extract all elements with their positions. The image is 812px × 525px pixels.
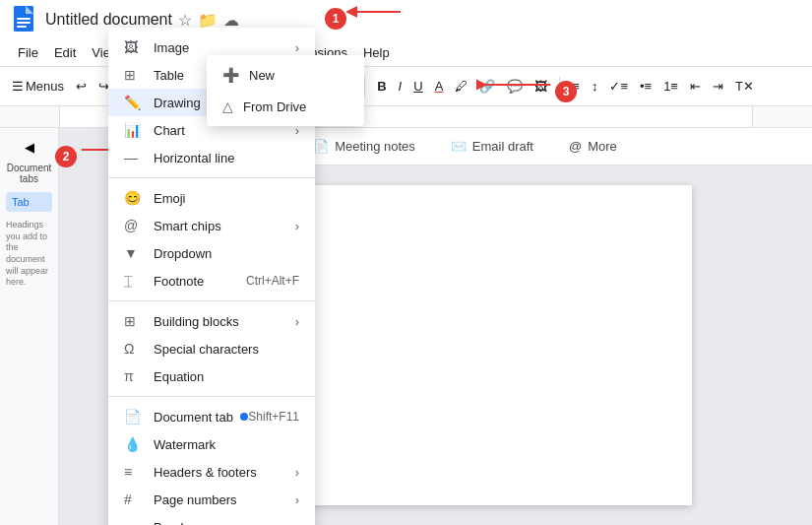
drawing-fromdrive-item[interactable]: △ From Drive [207, 91, 364, 122]
email-draft-label: Email draft [472, 139, 533, 154]
insert-specialchars-label: Special characters [154, 342, 299, 357]
insert-watermark-label: Watermark [154, 437, 299, 452]
title-icons: ☆ 📁 ☁ [178, 11, 239, 30]
meeting-notes-icon: 📄 [313, 139, 329, 154]
insert-headers-label: Headers & footers [154, 465, 295, 480]
italic-button[interactable]: I [395, 77, 406, 96]
insert-specialchars-item[interactable]: Ω Special characters [108, 335, 315, 362]
insert-headers-item[interactable]: ≡ Headers & footers › [108, 458, 315, 486]
doctab-badge [240, 413, 248, 421]
menu-section-2: 😊 Emoji @ Smart chips › ▼ Dropdown ⌶ Foo… [108, 182, 315, 296]
smartchips-menu-icon: @ [124, 218, 144, 233]
insert-buildingblocks-item[interactable]: ⊞ Building blocks › [108, 307, 315, 335]
meeting-notes-label: Meeting notes [335, 139, 415, 154]
insert-break-label: Break [154, 520, 295, 526]
insert-footnote-label: Footnote [154, 274, 246, 289]
equation-menu-icon: π [124, 368, 144, 384]
highlight-button[interactable]: 🖊 [451, 77, 471, 96]
insert-doctab-item[interactable]: 📄 Document tab Shift+F11 [108, 403, 315, 430]
drawing-menu-icon: ✏️ [124, 95, 144, 110]
insert-emoji-label: Emoji [154, 191, 299, 206]
meeting-notes-button[interactable]: 📄 Meeting notes [303, 135, 425, 158]
toolbar-separator-3 [364, 77, 365, 97]
insert-pagenumbers-label: Page numbers [154, 492, 295, 507]
doc-title[interactable]: Untitled document [45, 11, 172, 29]
footnote-menu-icon: ⌶ [124, 273, 144, 289]
dropdown-menu-icon: ▼ [124, 245, 144, 261]
bold-button[interactable]: B [373, 77, 390, 96]
clear-format-button[interactable]: T✕ [731, 77, 758, 96]
indent-more-button[interactable]: ⇥ [709, 77, 727, 96]
more-label: More [588, 139, 617, 154]
insert-buildingblocks-label: Building blocks [154, 314, 295, 329]
svg-rect-4 [17, 22, 31, 24]
text-color-button[interactable]: A [431, 77, 448, 96]
insert-equation-item[interactable]: π Equation [108, 362, 315, 390]
sidebar-tab-label: Tab [12, 196, 30, 208]
headers-menu-icon: ≡ [124, 464, 144, 480]
menus-label: Menus [26, 79, 64, 94]
menu-icon: ☰ [12, 79, 24, 94]
insert-emoji-item[interactable]: 😊 Emoji [108, 184, 315, 212]
new-icon: ➕ [222, 67, 239, 83]
menu-section-3: ⊞ Building blocks › Ω Special characters… [108, 305, 315, 392]
headers-arrow-icon: › [295, 465, 299, 480]
image-button[interactable]: 🖼 [531, 77, 551, 96]
insert-footnote-item[interactable]: ⌶ Footnote Ctrl+Alt+F [108, 267, 315, 295]
insert-equation-label: Equation [154, 369, 299, 384]
sidebar-title: Document tabs [0, 159, 58, 188]
menu-edit[interactable]: Edit [46, 43, 84, 62]
insert-smartchips-item[interactable]: @ Smart chips › [108, 212, 315, 239]
app-logo [10, 6, 37, 33]
insert-image-label: Image [154, 40, 295, 55]
insert-watermark-item[interactable]: 💧 Watermark [108, 430, 315, 458]
drawing-submenu: ➕ New △ From Drive [207, 55, 364, 126]
email-draft-button[interactable]: ✉️ Email draft [441, 135, 543, 158]
more-templates-button[interactable]: @ More [559, 135, 627, 158]
sidebar: ◀ Document tabs Tab Headings you add to … [0, 128, 59, 525]
folder-icon[interactable]: 📁 [198, 11, 218, 30]
checklist-button[interactable]: ✓≡ [605, 77, 632, 96]
insert-dropdown-item[interactable]: ▼ Dropdown [108, 239, 315, 267]
image-arrow-icon: › [295, 40, 299, 55]
star-icon[interactable]: ☆ [178, 11, 192, 30]
sidebar-tab-item[interactable]: Tab [6, 192, 52, 212]
watermark-menu-icon: 💧 [124, 436, 144, 452]
numbered-list-button[interactable]: 1≡ [659, 77, 682, 96]
table-menu-icon: ⊞ [124, 67, 144, 83]
emoji-menu-icon: 😊 [124, 190, 144, 206]
pagenumbers-menu-icon: # [124, 492, 144, 507]
break-arrow-icon: › [295, 520, 299, 526]
footnote-shortcut: Ctrl+Alt+F [246, 274, 299, 288]
drawing-new-item[interactable]: ➕ New [207, 59, 364, 91]
cloud-icon[interactable]: ☁ [223, 11, 239, 30]
indent-less-button[interactable]: ⇤ [686, 77, 705, 96]
menu-file[interactable]: File [10, 43, 46, 62]
undo-button[interactable]: ↩ [72, 77, 91, 96]
insert-dropdown-label: Dropdown [154, 246, 299, 261]
bullet-list-button[interactable]: •≡ [636, 77, 656, 96]
insert-break-item[interactable]: ⋯ Break › [108, 513, 315, 525]
menu-divider-1 [108, 177, 315, 178]
specialchars-menu-icon: Ω [124, 341, 144, 357]
insert-hrule-item[interactable]: — Horizontal line [108, 144, 315, 171]
buildingblocks-arrow-icon: › [295, 314, 299, 329]
align-button[interactable]: ≡ [568, 77, 584, 96]
toolbar-separator-4 [559, 77, 560, 97]
comment-insert-button[interactable]: 💬 [503, 77, 527, 96]
underline-button[interactable]: U [409, 77, 426, 96]
menu-divider-2 [108, 300, 315, 301]
doctab-menu-icon: 📄 [124, 409, 144, 425]
svg-rect-5 [17, 26, 27, 28]
drawing-new-label: New [249, 68, 275, 83]
drive-icon: △ [222, 98, 233, 114]
link-button[interactable]: 🔗 [475, 77, 499, 96]
menus-button[interactable]: ☰ Menus [8, 77, 68, 96]
hrule-menu-icon: — [124, 150, 144, 165]
chart-menu-icon: 📊 [124, 122, 144, 138]
insert-pagenumbers-item[interactable]: # Page numbers › [108, 486, 315, 513]
line-spacing-button[interactable]: ↕ [588, 77, 602, 96]
pagenumbers-arrow-icon: › [295, 492, 299, 507]
sidebar-back-button[interactable]: ◀ [0, 136, 58, 159]
drawing-fromdrive-label: From Drive [243, 99, 306, 114]
